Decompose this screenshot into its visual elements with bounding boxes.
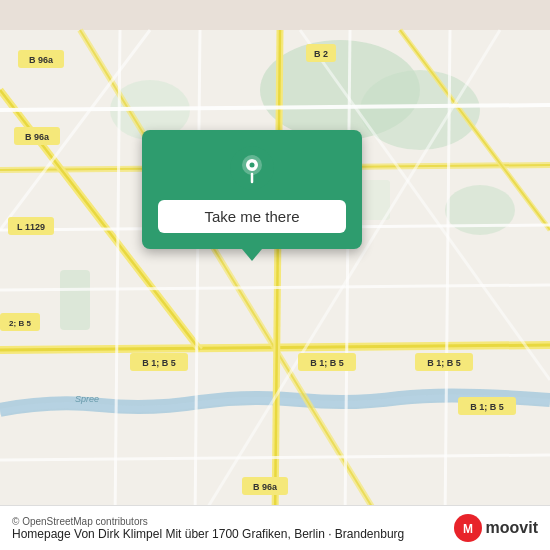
svg-text:M: M bbox=[463, 522, 473, 536]
svg-text:L 1129: L 1129 bbox=[17, 222, 45, 232]
map-container: B 96a B 2 B 96a L 1129 2; B 5 B 1; B 5 B… bbox=[0, 0, 550, 550]
svg-text:B 1; B 5: B 1; B 5 bbox=[310, 358, 344, 368]
popup-card: Take me there bbox=[142, 130, 362, 249]
svg-text:B 96a: B 96a bbox=[25, 132, 50, 142]
svg-rect-3 bbox=[60, 270, 90, 330]
svg-text:B 96a: B 96a bbox=[29, 55, 54, 65]
svg-text:B 1; B 5: B 1; B 5 bbox=[142, 358, 176, 368]
map-attribution: © OpenStreetMap contributors bbox=[12, 516, 404, 527]
place-title: Homepage Von Dirk Klimpel Mit über 1700 … bbox=[12, 527, 404, 541]
bottom-left-info: © OpenStreetMap contributors Homepage Vo… bbox=[12, 516, 404, 541]
moovit-logo: M moovit bbox=[454, 514, 538, 542]
moovit-label: moovit bbox=[486, 519, 538, 537]
location-pin-icon bbox=[230, 146, 274, 190]
bottom-bar: © OpenStreetMap contributors Homepage Vo… bbox=[0, 505, 550, 550]
moovit-icon: M bbox=[454, 514, 482, 542]
map-background: B 96a B 2 B 96a L 1129 2; B 5 B 1; B 5 B… bbox=[0, 0, 550, 550]
place-name-text: Homepage Von Dirk Klimpel Mit über 1700 … bbox=[12, 527, 291, 541]
svg-text:2; B 5: 2; B 5 bbox=[9, 319, 31, 328]
svg-point-5 bbox=[445, 185, 515, 235]
svg-text:B 1; B 5: B 1; B 5 bbox=[427, 358, 461, 368]
svg-text:B 96a: B 96a bbox=[253, 482, 278, 492]
svg-text:B 2: B 2 bbox=[314, 49, 328, 59]
svg-text:Spree: Spree bbox=[75, 394, 99, 404]
svg-point-54 bbox=[250, 163, 255, 168]
svg-text:B 1; B 5: B 1; B 5 bbox=[470, 402, 504, 412]
place-subtitle-text: Berlin · Brandenburg bbox=[294, 527, 404, 541]
take-me-there-button[interactable]: Take me there bbox=[158, 200, 346, 233]
